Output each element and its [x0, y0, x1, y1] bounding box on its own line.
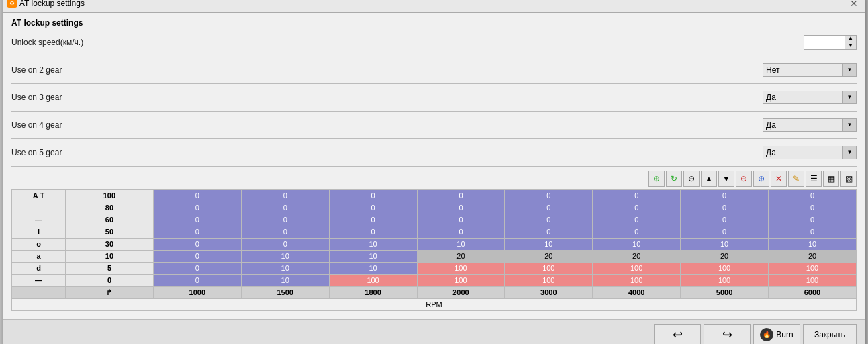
cell-r3-c6[interactable]: 0 [593, 214, 681, 226]
cell-r2-c3[interactable]: 0 [329, 202, 417, 214]
cell-load-60[interactable]: 60 [66, 214, 154, 226]
use-on-4-gear-select[interactable]: Нет Да [763, 119, 842, 131]
cell-r6-c3[interactable]: 10 [329, 250, 417, 262]
unlock-speed-input[interactable]: 60 [804, 36, 845, 49]
use-on-4-gear-selectbox[interactable]: Нет Да ▼ [763, 118, 857, 132]
toolbar-down-btn[interactable]: ▼ [718, 171, 734, 187]
cell-r6-c7[interactable]: 20 [681, 250, 769, 262]
cell-r1-c1[interactable]: 0 [153, 189, 241, 202]
cell-r5-c5[interactable]: 10 [505, 238, 593, 250]
use-on-3-gear-dropdown-btn[interactable]: ▼ [842, 91, 856, 103]
toolbar-list-btn[interactable]: ☰ [806, 171, 822, 187]
cell-r3-c2[interactable]: 0 [241, 214, 329, 226]
cell-r7-c4[interactable]: 100 [417, 262, 505, 274]
unlock-speed-spinbox[interactable]: 60 ▲ ▼ [804, 35, 857, 50]
cell-r6-c6[interactable]: 20 [593, 250, 681, 262]
toolbar-minus-btn[interactable]: ⊖ [683, 171, 700, 187]
cell-r5-c1[interactable]: 0 [153, 238, 241, 250]
cell-r1-c7[interactable]: 0 [681, 189, 769, 202]
cell-r8-c3[interactable]: 100 [329, 274, 417, 286]
use-on-2-gear-select[interactable]: Нет Да [763, 64, 842, 76]
cell-r8-c1[interactable]: 0 [153, 274, 241, 286]
cell-r8-c4[interactable]: 100 [417, 274, 505, 286]
cell-r6-c5[interactable]: 20 [505, 250, 593, 262]
cell-r1-c4[interactable]: 0 [417, 189, 505, 202]
toolbar-grid2-btn[interactable]: ▧ [840, 171, 857, 187]
use-on-5-gear-select[interactable]: Нет Да [763, 146, 842, 159]
toolbar-add-btn[interactable]: ⊕ [648, 171, 665, 187]
cell-r2-c7[interactable]: 0 [681, 202, 769, 214]
cell-r1-c6[interactable]: 0 [593, 189, 681, 202]
toolbar-edit-btn[interactable]: ✎ [788, 171, 804, 187]
cell-r2-c5[interactable]: 0 [505, 202, 593, 214]
cell-load-80[interactable]: 80 [66, 202, 154, 214]
cell-load-10[interactable]: 10 [66, 250, 154, 262]
cell-r4-c7[interactable]: 0 [681, 226, 769, 238]
cell-r8-c7[interactable]: 100 [681, 274, 769, 286]
use-on-2-gear-dropdown-btn[interactable]: ▼ [842, 64, 856, 76]
cell-r6-c8[interactable]: 20 [769, 250, 857, 262]
cell-r5-c6[interactable]: 10 [593, 238, 681, 250]
toolbar-minus-red-btn[interactable]: ⊖ [736, 171, 752, 187]
cell-r6-c1[interactable]: 0 [153, 250, 241, 262]
toolbar-refresh-btn[interactable]: ↻ [666, 171, 682, 187]
cell-r1-c3[interactable]: 0 [329, 189, 417, 202]
cell-r2-c6[interactable]: 0 [593, 202, 681, 214]
cell-r3-c5[interactable]: 0 [505, 214, 593, 226]
cell-load-5[interactable]: 5 [66, 262, 154, 274]
cell-r3-c1[interactable]: 0 [153, 214, 241, 226]
cell-r4-c4[interactable]: 0 [417, 226, 505, 238]
cell-r4-c3[interactable]: 0 [329, 226, 417, 238]
cell-r4-c1[interactable]: 0 [153, 226, 241, 238]
cell-r3-c4[interactable]: 0 [417, 214, 505, 226]
cell-load-50[interactable]: 50 [66, 226, 154, 238]
use-on-3-gear-selectbox[interactable]: Нет Да ▼ [763, 91, 857, 104]
cell-r5-c8[interactable]: 10 [769, 238, 857, 250]
cell-load-0[interactable]: 0 [66, 274, 154, 286]
cell-r8-c2[interactable]: 10 [241, 274, 329, 286]
cell-r3-c3[interactable]: 0 [329, 214, 417, 226]
cell-r6-c2[interactable]: 10 [241, 250, 329, 262]
cell-r2-c1[interactable]: 0 [153, 202, 241, 214]
cell-r3-c7[interactable]: 0 [681, 214, 769, 226]
cell-r7-c8[interactable]: 100 [769, 262, 857, 274]
cell-r7-c1[interactable]: 0 [153, 262, 241, 274]
use-on-3-gear-select[interactable]: Нет Да [763, 91, 842, 103]
cell-r5-c4[interactable]: 10 [417, 238, 505, 250]
cell-load-30[interactable]: 30 [66, 238, 154, 250]
cell-r5-c2[interactable]: 0 [241, 238, 329, 250]
spinbox-down-btn[interactable]: ▼ [845, 42, 856, 49]
cell-r6-c4[interactable]: 20 [417, 250, 505, 262]
cell-r1-c2[interactable]: 0 [241, 189, 329, 202]
cell-r3-c8[interactable]: 0 [769, 214, 857, 226]
cell-r4-c8[interactable]: 0 [769, 226, 857, 238]
cell-r4-c5[interactable]: 0 [505, 226, 593, 238]
toolbar-up-btn[interactable]: ▲ [701, 171, 717, 187]
cell-r2-c4[interactable]: 0 [417, 202, 505, 214]
cell-load-100[interactable]: 100 [66, 189, 154, 202]
burn-button[interactable]: 🔥 Burn [753, 324, 800, 345]
cell-r8-c8[interactable]: 100 [769, 274, 857, 286]
cell-r7-c3[interactable]: 10 [329, 262, 417, 274]
cell-r2-c2[interactable]: 0 [241, 202, 329, 214]
cell-r5-c3[interactable]: 10 [329, 238, 417, 250]
toolbar-plus-blue-btn[interactable]: ⊕ [753, 171, 769, 187]
close-action-button[interactable]: Закрыть [803, 324, 857, 345]
undo-button[interactable]: ↩ [654, 324, 701, 345]
use-on-5-gear-selectbox[interactable]: Нет Да ▼ [763, 146, 857, 159]
cell-r1-c5[interactable]: 0 [505, 189, 593, 202]
cell-r2-c8[interactable]: 0 [769, 202, 857, 214]
cell-r7-c7[interactable]: 100 [681, 262, 769, 274]
cell-r5-c7[interactable]: 10 [681, 238, 769, 250]
cell-r7-c5[interactable]: 100 [505, 262, 593, 274]
use-on-5-gear-dropdown-btn[interactable]: ▼ [842, 146, 856, 159]
spinbox-up-btn[interactable]: ▲ [845, 36, 856, 42]
cell-r8-c6[interactable]: 100 [593, 274, 681, 286]
cell-r1-c8[interactable]: 0 [769, 189, 857, 202]
use-on-2-gear-selectbox[interactable]: Нет Да ▼ [763, 63, 857, 77]
use-on-4-gear-dropdown-btn[interactable]: ▼ [842, 119, 856, 131]
cell-r8-c5[interactable]: 100 [505, 274, 593, 286]
close-icon[interactable]: ✕ [847, 0, 861, 8]
cell-r4-c6[interactable]: 0 [593, 226, 681, 238]
redo-button[interactable]: ↪ [704, 324, 751, 345]
